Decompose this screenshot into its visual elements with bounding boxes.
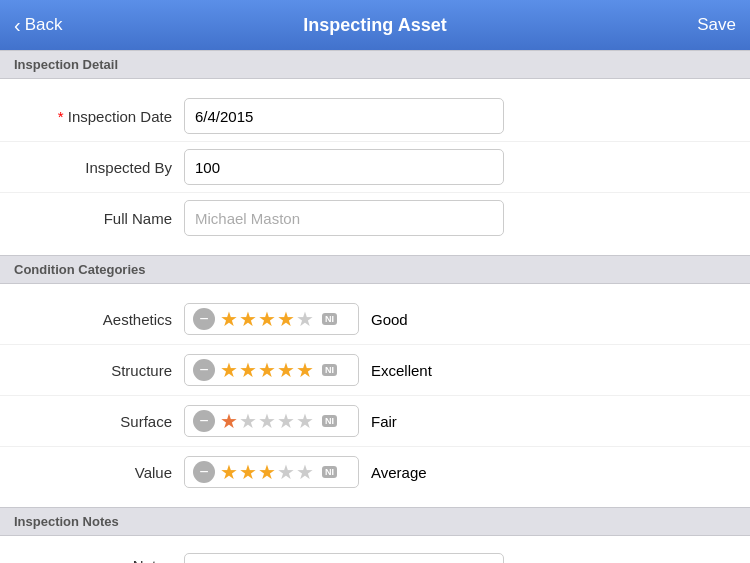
star-filled: ★ xyxy=(220,309,238,329)
back-label: Back xyxy=(25,15,63,35)
decrease-rating-button[interactable]: − xyxy=(193,359,215,381)
star-empty: ★ xyxy=(239,411,257,431)
star-empty: ★ xyxy=(296,309,314,329)
inspected-by-input[interactable] xyxy=(184,149,504,185)
back-button[interactable]: ‹ Back xyxy=(14,15,62,35)
full-name-row: Full Name xyxy=(0,192,750,243)
star-filled: ★ xyxy=(220,411,238,431)
decrease-rating-button[interactable]: − xyxy=(193,308,215,330)
rating-label: Aesthetics xyxy=(14,311,184,328)
chevron-left-icon: ‹ xyxy=(14,15,21,35)
rating-label: Value xyxy=(14,464,184,481)
inspection-detail-section-header: Inspection Detail xyxy=(0,50,750,79)
decrease-rating-button[interactable]: − xyxy=(193,410,215,432)
stars: ★★★★★ xyxy=(220,360,314,380)
decrease-rating-button[interactable]: − xyxy=(193,461,215,483)
rating-label: Surface xyxy=(14,413,184,430)
rating-row: Value − ★★★★★ NI Average xyxy=(0,446,750,497)
star-half: ★ xyxy=(296,360,314,380)
stars: ★★★★★ xyxy=(220,462,314,482)
inspection-date-label: * Inspection Date xyxy=(14,108,184,125)
notes-section-header: Inspection Notes xyxy=(0,507,750,536)
star-empty: ★ xyxy=(258,411,276,431)
rating-label: Structure xyxy=(14,362,184,379)
star-filled: ★ xyxy=(277,360,295,380)
page-title: Inspecting Asset xyxy=(303,15,446,36)
star-filled: ★ xyxy=(258,309,276,329)
stars: ★★★★★ xyxy=(220,309,314,329)
rating-section: Aesthetics − ★★★★★ NI Good Structure − ★… xyxy=(0,284,750,507)
required-star: * xyxy=(58,108,68,125)
full-name-label: Full Name xyxy=(14,210,184,227)
rating-value-label: Fair xyxy=(371,413,397,430)
star-filled: ★ xyxy=(277,309,295,329)
notes-textarea[interactable] xyxy=(184,553,504,563)
star-filled: ★ xyxy=(239,462,257,482)
star-filled: ★ xyxy=(239,309,257,329)
rating-row: Structure − ★★★★★ NI Excellent xyxy=(0,344,750,395)
condition-section-header: Condition Categories xyxy=(0,255,750,284)
notes-form: Notes xyxy=(0,536,750,563)
rating-control[interactable]: − ★★★★★ NI xyxy=(184,354,359,386)
star-empty: ★ xyxy=(296,462,314,482)
rating-row: Surface − ★★★★★ NI Fair xyxy=(0,395,750,446)
rating-row: Aesthetics − ★★★★★ NI Good xyxy=(0,294,750,344)
rating-value-label: Good xyxy=(371,311,408,328)
inspected-by-label: Inspected By xyxy=(14,159,184,176)
ni-badge: NI xyxy=(322,415,337,427)
full-name-input[interactable] xyxy=(184,200,504,236)
star-filled: ★ xyxy=(258,360,276,380)
notes-row: Notes xyxy=(0,546,750,563)
star-filled: ★ xyxy=(220,360,238,380)
rating-control[interactable]: − ★★★★★ NI xyxy=(184,456,359,488)
star-empty: ★ xyxy=(296,411,314,431)
star-empty: ★ xyxy=(277,411,295,431)
ni-badge: NI xyxy=(322,313,337,325)
save-button[interactable]: Save xyxy=(697,15,736,35)
ni-badge: NI xyxy=(322,466,337,478)
app-header: ‹ Back Inspecting Asset Save xyxy=(0,0,750,50)
star-filled: ★ xyxy=(239,360,257,380)
notes-label: Notes xyxy=(14,553,184,563)
rating-value-label: Average xyxy=(371,464,427,481)
rating-value-label: Excellent xyxy=(371,362,432,379)
star-empty: ★ xyxy=(277,462,295,482)
inspected-by-row: Inspected By xyxy=(0,141,750,192)
stars: ★★★★★ xyxy=(220,411,314,431)
ni-badge: NI xyxy=(322,364,337,376)
star-filled: ★ xyxy=(220,462,238,482)
inspection-date-input[interactable] xyxy=(184,98,504,134)
inspection-detail-form: * Inspection Date Inspected By Full Name xyxy=(0,79,750,255)
star-filled: ★ xyxy=(258,462,276,482)
rating-control[interactable]: − ★★★★★ NI xyxy=(184,405,359,437)
inspection-date-row: * Inspection Date xyxy=(0,91,750,141)
rating-control[interactable]: − ★★★★★ NI xyxy=(184,303,359,335)
